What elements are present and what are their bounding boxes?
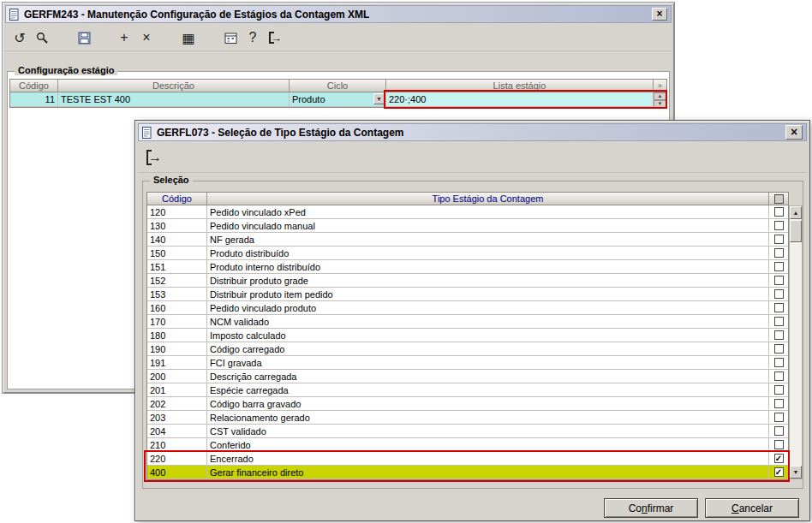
cell-checkbox[interactable] <box>769 219 788 233</box>
cell-checkbox[interactable] <box>769 205 788 219</box>
table-row[interactable]: 151 Produto interno distribuído <box>147 260 788 274</box>
calendar-icon[interactable] <box>221 28 240 47</box>
help-icon[interactable]: ? <box>243 28 262 47</box>
column-header-codigo[interactable]: Código <box>147 193 207 205</box>
table-row[interactable]: 152 Distribuir produto grade <box>147 274 788 288</box>
search-icon[interactable] <box>33 28 51 47</box>
row-checkbox[interactable]: ✓ <box>774 467 784 477</box>
scroll-thumb[interactable] <box>790 220 802 242</box>
delete-icon[interactable]: × <box>137 28 156 47</box>
cell-checkbox[interactable]: ✓ <box>769 466 788 479</box>
table-row[interactable]: 150 Produto distribuído <box>147 247 788 260</box>
table-row[interactable]: 160 Pedido vinculado produto <box>147 301 788 315</box>
row-checkbox[interactable] <box>774 235 784 244</box>
table-row[interactable]: 220 Encerrado ✓ <box>147 452 788 466</box>
column-header-descricao[interactable]: Descrição <box>58 80 290 92</box>
cell-checkbox[interactable] <box>769 315 788 329</box>
cell-tipo-estagio[interactable]: Pedido vinculado manual <box>207 219 769 233</box>
select-all-checkbox-icon[interactable] <box>774 194 784 204</box>
cell-checkbox[interactable] <box>769 329 788 342</box>
close-button[interactable]: × <box>652 8 667 21</box>
cell-tipo-estagio[interactable]: Código barra gravado <box>207 397 769 411</box>
row-checkbox[interactable] <box>774 358 784 367</box>
cell-lista-estagio[interactable]: 220·;400 <box>386 92 654 107</box>
column-header-checkbox[interactable] <box>769 193 788 205</box>
row-checkbox[interactable] <box>774 289 784 299</box>
cell-codigo[interactable]: 220 <box>147 452 207 466</box>
cell-tipo-estagio[interactable]: Encerrado <box>207 452 769 466</box>
row-checkbox[interactable] <box>774 371 784 381</box>
cell-ciclo[interactable]: Produto ▼ <box>290 92 386 107</box>
dropdown-arrow-icon[interactable]: ▼ <box>373 93 385 104</box>
cell-tipo-estagio[interactable]: Produto interno distribuído <box>207 260 769 274</box>
table-row[interactable]: 200 Descrição carregada <box>147 370 788 383</box>
cell-codigo[interactable]: 190 <box>147 342 207 356</box>
spin-down-icon[interactable]: ▼ <box>654 100 666 107</box>
table-row[interactable]: 120 Pedido vinculado xPed <box>147 205 788 219</box>
confirmar-button[interactable]: Confirmar <box>604 498 698 518</box>
row-checkbox[interactable] <box>774 221 784 230</box>
cell-tipo-estagio[interactable]: Pedido vinculado produto <box>207 301 769 315</box>
titlebar[interactable]: GERFM243 - Manutenção Configuração de Es… <box>5 5 672 23</box>
cell-checkbox[interactable] <box>769 438 788 452</box>
cell-spinner[interactable]: ▲ ▼ <box>654 92 666 107</box>
table-row[interactable]: 203 Relacionamento gerado <box>147 411 788 425</box>
table-row[interactable]: 190 Código carregado <box>147 342 788 356</box>
cell-tipo-estagio[interactable]: Espécie carregada <box>207 383 769 397</box>
row-checkbox[interactable] <box>774 413 784 422</box>
row-checkbox[interactable] <box>774 440 784 449</box>
cell-tipo-estagio[interactable]: Distribuir produto item pedido <box>207 288 769 301</box>
row-checkbox[interactable] <box>774 399 784 408</box>
cell-codigo[interactable]: 202 <box>147 397 207 411</box>
titlebar[interactable]: GERFL073 - Seleção de Tipo Estágio da Co… <box>138 123 807 141</box>
cell-tipo-estagio[interactable]: Conferido <box>207 438 769 452</box>
table-row[interactable]: 201 Espécie carregada <box>147 383 788 397</box>
cell-checkbox[interactable] <box>769 356 788 370</box>
cell-checkbox[interactable] <box>769 260 788 274</box>
scrollbar[interactable]: ▲ ▼ <box>789 205 803 479</box>
row-checkbox[interactable] <box>774 330 784 340</box>
row-checkbox[interactable] <box>774 248 784 258</box>
column-header-lista-estagio[interactable]: Lista estágio <box>386 80 654 92</box>
cell-codigo[interactable]: 11 <box>10 92 58 107</box>
cell-checkbox[interactable] <box>769 274 788 288</box>
column-header-ciclo[interactable]: Ciclo <box>290 80 386 92</box>
row-checkbox[interactable] <box>774 276 784 285</box>
cell-tipo-estagio[interactable]: Imposto calculado <box>207 329 769 342</box>
cell-codigo[interactable]: 400 <box>147 466 207 479</box>
cell-codigo[interactable]: 140 <box>147 233 207 247</box>
cell-checkbox[interactable] <box>769 233 788 247</box>
cell-descricao[interactable]: TESTE EST 400 <box>58 92 290 107</box>
row-checkbox[interactable] <box>774 344 784 354</box>
cell-codigo[interactable]: 191 <box>147 356 207 370</box>
cell-checkbox[interactable]: ✓ <box>769 452 788 466</box>
save-icon[interactable] <box>75 28 93 47</box>
table-row[interactable]: 204 CST validado <box>147 425 788 438</box>
column-header-tipo-estagio[interactable]: Tipo Estágio da Contagem <box>207 193 769 205</box>
cell-codigo[interactable]: 150 <box>147 247 207 260</box>
cell-tipo-estagio[interactable]: Distribuir produto grade <box>207 274 769 288</box>
cell-checkbox[interactable] <box>769 370 788 383</box>
cancelar-button[interactable]: Cancelar <box>705 498 799 518</box>
row-checkbox[interactable] <box>774 317 784 326</box>
cell-codigo[interactable]: 160 <box>147 301 207 315</box>
cell-codigo[interactable]: 152 <box>147 274 207 288</box>
cell-tipo-estagio[interactable]: Gerar financeiro direto <box>207 466 769 479</box>
cell-tipo-estagio[interactable]: Produto distribuído <box>207 247 769 260</box>
table-row[interactable]: 140 NF gerada <box>147 233 788 247</box>
row-checkbox[interactable] <box>774 207 784 217</box>
cell-tipo-estagio[interactable]: NCM validado <box>207 315 769 329</box>
table-row[interactable]: 11 TESTE EST 400 Produto ▼ 220·;400 ▲ ▼ <box>10 92 666 107</box>
cell-codigo[interactable]: 204 <box>147 425 207 438</box>
cell-codigo[interactable]: 210 <box>147 438 207 452</box>
row-checkbox[interactable] <box>774 426 784 436</box>
cell-checkbox[interactable] <box>769 397 788 411</box>
cell-codigo[interactable]: 153 <box>147 288 207 301</box>
cell-checkbox[interactable] <box>769 301 788 315</box>
cell-codigo[interactable]: 203 <box>147 411 207 425</box>
cell-tipo-estagio[interactable]: Pedido vinculado xPed <box>207 205 769 219</box>
grid-icon[interactable]: ▦ <box>179 28 198 47</box>
cell-tipo-estagio[interactable]: Descrição carregada <box>207 370 769 383</box>
cell-tipo-estagio[interactable]: Relacionamento gerado <box>207 411 769 425</box>
cell-checkbox[interactable] <box>769 411 788 425</box>
